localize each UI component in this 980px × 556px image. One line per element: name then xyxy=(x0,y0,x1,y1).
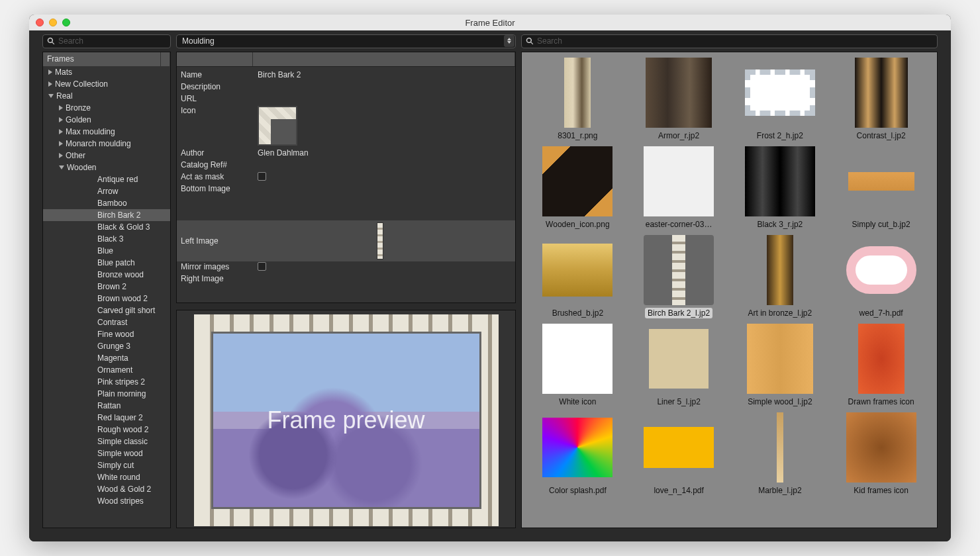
properties-body[interactable]: NameBirch Bark 2DescriptionURLIconAuthor… xyxy=(177,67,515,302)
gallery-item[interactable]: Art in bronze_l.jp2 xyxy=(730,235,831,318)
tree-item[interactable]: Pink stripes 2 xyxy=(43,376,170,388)
chevron-down-icon[interactable] xyxy=(59,165,64,169)
property-value[interactable] xyxy=(258,262,511,273)
checkbox[interactable] xyxy=(258,172,266,181)
tree-item[interactable]: Contrast xyxy=(43,316,170,328)
gallery-item[interactable]: wed_7-h.pdf xyxy=(830,235,932,318)
asset-gallery[interactable]: 8301_r.pngArmor_r.jp2Frost 2_h.jp2Contra… xyxy=(521,52,938,528)
tree-item[interactable]: Carved gilt short xyxy=(43,304,170,316)
gallery-item[interactable]: Color splash.pdf xyxy=(527,412,628,496)
chevron-down-icon[interactable] xyxy=(48,94,54,98)
property-value[interactable] xyxy=(258,274,511,285)
tree-item[interactable]: Ornament xyxy=(43,364,170,376)
titlebar[interactable]: Frame Editor xyxy=(29,15,951,30)
tree-item[interactable]: Golden xyxy=(43,114,170,126)
tree-item[interactable]: Blue xyxy=(43,245,170,257)
gallery-item[interactable]: easter-corner-03… xyxy=(628,146,730,230)
chevron-right-icon[interactable] xyxy=(48,81,52,87)
chevron-right-icon[interactable] xyxy=(59,117,63,122)
chevron-right-icon[interactable] xyxy=(59,153,63,158)
property-value[interactable] xyxy=(258,106,511,147)
tree-item[interactable]: Wood stripes xyxy=(43,495,170,507)
property-label: URL xyxy=(181,94,252,105)
property-value[interactable] xyxy=(258,184,511,220)
search-gallery-input[interactable] xyxy=(537,36,933,46)
gallery-item[interactable]: Wooden_icon.png xyxy=(527,146,628,230)
tree-item[interactable]: Brown wood 2 xyxy=(43,293,170,304)
gallery-item[interactable]: Black 3_r.jp2 xyxy=(730,146,831,230)
tree-item[interactable]: Blue patch xyxy=(43,257,170,269)
minimize-window-button[interactable] xyxy=(49,19,57,26)
gallery-item[interactable]: love_n_14.pdf xyxy=(628,412,730,496)
close-window-button[interactable] xyxy=(36,19,44,26)
tree-item[interactable]: Antique red xyxy=(43,173,170,185)
property-value[interactable] xyxy=(258,94,511,105)
gallery-item[interactable]: Brushed_b.jp2 xyxy=(527,235,628,318)
search-gallery[interactable] xyxy=(521,34,938,48)
tree-item[interactable]: Plain morning xyxy=(43,388,170,400)
traffic-lights xyxy=(36,19,70,26)
tree-item[interactable]: Brown 2 xyxy=(43,281,170,293)
tree-item[interactable]: Grunge 3 xyxy=(43,340,170,352)
tree-item[interactable]: Other xyxy=(43,150,170,162)
tree-item[interactable]: Wood & Gold 2 xyxy=(43,483,170,495)
tree-item[interactable]: New Collection xyxy=(43,78,170,90)
tree-item[interactable]: Bamboo xyxy=(43,197,170,209)
tree-item[interactable]: Black 3 xyxy=(43,233,170,245)
gallery-item[interactable]: Simply cut_b.jp2 xyxy=(830,146,932,230)
property-value[interactable] xyxy=(258,160,511,171)
gallery-item[interactable]: Contrast_l.jp2 xyxy=(830,58,932,141)
gallery-item[interactable]: 8301_r.png xyxy=(527,58,628,141)
tree-item[interactable]: Red laquer 2 xyxy=(43,412,170,424)
tree-item[interactable]: Max moulding xyxy=(43,126,170,138)
gallery-item[interactable]: Liner 5_l.jp2 xyxy=(628,324,730,407)
tree-item[interactable]: Wooden xyxy=(43,162,170,173)
zoom-window-button[interactable] xyxy=(62,19,70,26)
gallery-item[interactable]: Frost 2_h.jp2 xyxy=(730,58,831,141)
tree-item[interactable]: Fine wood xyxy=(43,328,170,340)
properties-header[interactable] xyxy=(177,52,515,67)
gallery-item[interactable]: Marble_l.jp2 xyxy=(730,412,831,496)
tree-item[interactable]: Monarch moulding xyxy=(43,138,170,150)
tree-item[interactable]: Simple wood xyxy=(43,447,170,459)
gallery-item[interactable]: Armor_r.jp2 xyxy=(628,58,730,141)
tree-item[interactable]: Real xyxy=(43,90,170,102)
property-row: NameBirch Bark 2 xyxy=(177,70,515,81)
image-thumbnail[interactable] xyxy=(377,222,383,259)
search-frames-input[interactable] xyxy=(58,36,166,46)
gallery-thumbnail xyxy=(745,235,815,305)
gallery-item[interactable]: Simple wood_l.jp2 xyxy=(730,324,831,407)
gallery-item[interactable]: Birch Bark 2_l.jp2 xyxy=(628,235,730,318)
tree-item[interactable]: Simply cut xyxy=(43,459,170,471)
tree-item[interactable]: Mats xyxy=(43,66,170,78)
tree-item[interactable]: Birch Bark 2 xyxy=(43,209,170,221)
tree-item[interactable]: Magenta xyxy=(43,352,170,364)
chevron-right-icon[interactable] xyxy=(59,105,63,111)
icon-thumbnail[interactable] xyxy=(258,106,297,146)
tree-item[interactable]: Arrow xyxy=(43,185,170,197)
sidebar-header[interactable]: Frames xyxy=(43,52,170,66)
tree-item[interactable]: White round xyxy=(43,471,170,483)
checkbox[interactable] xyxy=(258,262,266,271)
gallery-item[interactable]: Kid frames icon xyxy=(830,412,932,496)
property-value[interactable]: Glen Dahlman xyxy=(258,148,511,159)
property-value[interactable] xyxy=(258,172,511,183)
frames-tree[interactable]: MatsNew CollectionRealBronzeGoldenMax mo… xyxy=(43,66,170,528)
tree-item[interactable]: Rattan xyxy=(43,400,170,412)
chevron-right-icon[interactable] xyxy=(59,141,63,146)
tree-item[interactable]: Black & Gold 3 xyxy=(43,221,170,233)
search-frames[interactable] xyxy=(42,34,171,48)
tree-item[interactable]: Bronze xyxy=(43,102,170,114)
tree-item[interactable]: Bronze wood xyxy=(43,269,170,281)
property-value[interactable]: Birch Bark 2 xyxy=(258,70,511,81)
tree-item[interactable]: Simple classic xyxy=(43,436,170,447)
category-dropdown[interactable]: Moulding xyxy=(176,34,516,48)
gallery-item[interactable]: Drawn frames icon xyxy=(830,324,932,407)
chevron-right-icon[interactable] xyxy=(59,129,63,134)
center-column: NameBirch Bark 2DescriptionURLIconAuthor… xyxy=(176,52,516,528)
property-value[interactable] xyxy=(258,82,511,93)
tree-item[interactable]: Rough wood 2 xyxy=(43,424,170,436)
property-value[interactable] xyxy=(258,222,511,259)
chevron-right-icon[interactable] xyxy=(48,70,52,75)
gallery-item[interactable]: White icon xyxy=(527,324,628,407)
